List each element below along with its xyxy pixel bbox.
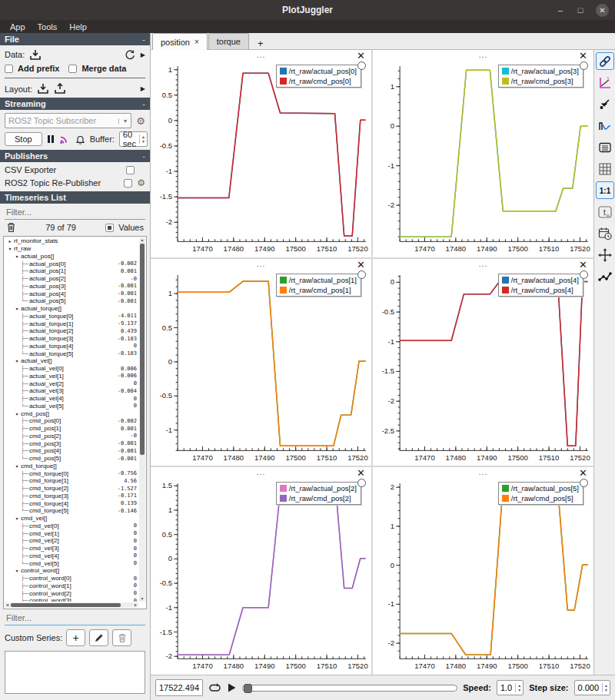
notification-bell-icon[interactable] — [75, 134, 85, 144]
play-button-icon[interactable] — [227, 682, 237, 693]
tab-close-icon[interactable]: × — [194, 38, 199, 46]
publishers-section-header[interactable]: Publishers - — [0, 150, 150, 162]
maximize-button[interactable]: □ — [576, 5, 585, 15]
tree-item[interactable]: ├─actual_torque[1]-9.137 — [5, 320, 138, 327]
tree-item[interactable]: ├─cmd_vel[0]0 — [5, 523, 138, 530]
csv-exporter-checkbox[interactable] — [126, 166, 135, 174]
tree-expand-open-icon[interactable]: ▾ — [14, 411, 20, 416]
menu-item-app[interactable]: App — [5, 22, 31, 32]
delete-custom-series-button[interactable] — [112, 629, 131, 646]
tree-item[interactable]: └─cmd_vel[5]0 — [5, 559, 138, 567]
legend-entry[interactable]: /rt_raw/actual_pos[3] — [502, 67, 579, 75]
tree-expand-open-icon[interactable]: ▾ — [14, 306, 20, 311]
close-button[interactable]: ✕ — [596, 4, 609, 17]
stop-streaming-button[interactable]: Stop — [5, 132, 42, 146]
legend-entry[interactable]: /rt_raw/actual_pos[4] — [502, 276, 579, 284]
tree-item[interactable]: ├─cmd_pos[2]-0 — [5, 433, 138, 440]
merge-data-checkbox[interactable] — [68, 65, 77, 73]
loop-playback-icon[interactable] — [208, 682, 221, 693]
plot-title[interactable]: ... — [151, 468, 371, 476]
tree-item[interactable]: ├─control_word[0]0 — [5, 575, 138, 582]
tree-expand-open-icon[interactable]: ▾ — [14, 463, 20, 469]
tree-expand-open-icon[interactable]: ▾ — [14, 516, 20, 521]
tree-item[interactable]: └─actual_vel[5]0 — [5, 403, 138, 410]
custom-series-list[interactable] — [5, 651, 145, 694]
spinner-arrows-icon[interactable]: ▲▼ — [602, 683, 610, 692]
grid-toggle-icon[interactable] — [596, 160, 614, 177]
step-size-spinbox[interactable]: 0.000 ▲▼ — [574, 680, 610, 695]
tree-item[interactable]: ├─actual_pos[0]-0.002 — [5, 260, 138, 267]
add-prefix-checkbox[interactable] — [5, 65, 13, 73]
tab-position[interactable]: position× — [152, 33, 208, 50]
plot-close-icon[interactable]: ✕ — [357, 50, 365, 61]
tree-item[interactable]: ├─cmd_pos[1]0.001 — [5, 425, 138, 433]
buffer-spinbox[interactable]: 60 sec ▲▼ — [119, 131, 148, 147]
plot-corner-handle[interactable] — [580, 270, 588, 279]
tree-item[interactable]: ├─cmd_torque[2]-1.527 — [5, 485, 138, 493]
tree-horizontal-scrollbar[interactable]: ◄ ► — [5, 602, 138, 608]
pan-view-icon[interactable] — [596, 246, 614, 264]
tree-item[interactable]: ├─cmd_pos[0]-0.002 — [5, 417, 138, 425]
plot-legend[interactable]: /rt_raw/actual_pos[0]/rt_raw/cmd_pos[0] — [276, 65, 361, 88]
plot-corner-handle[interactable] — [580, 61, 588, 70]
plot-legend[interactable]: /rt_raw/actual_pos[1]/rt_raw/cmd_pos[1] — [276, 274, 361, 297]
tree-item[interactable]: ├─actual_torque[0]-4.011 — [5, 313, 138, 320]
plot-canvas[interactable]: 10.50-0.5-117470174801749017500175101752… — [151, 271, 371, 466]
tree-item[interactable]: ├─actual_pos[4]-0.001 — [5, 290, 138, 297]
tree-item[interactable]: ├─cmd_vel[1]0 — [5, 529, 138, 537]
load-data-icon[interactable] — [29, 49, 42, 61]
plot-title[interactable]: ... — [151, 51, 371, 59]
tree-item[interactable]: ├─cmd_pos[4]-0.001 — [5, 447, 138, 455]
collapse-icon[interactable]: - — [142, 99, 145, 108]
tree-item[interactable]: ├─control_word[1]0 — [5, 582, 138, 590]
legend-entry[interactable]: /rt_raw/cmd_pos[2] — [280, 494, 357, 503]
layout-menu-arrow-icon[interactable]: ▶ — [141, 85, 145, 92]
timeseries-filter-input[interactable]: Filter... — [5, 206, 145, 220]
tree-item[interactable]: ├─actual_pos[2]-0 — [5, 275, 138, 283]
polyline-style-icon[interactable] — [596, 267, 614, 285]
legend-entry[interactable]: /rt_raw/actual_pos[1] — [280, 276, 357, 284]
tree-item[interactable]: ├─actual_vel[2]0 — [5, 380, 138, 387]
plot-legend[interactable]: /rt_raw/actual_pos[3]/rt_raw/cmd_pos[3] — [498, 65, 583, 88]
tree-item[interactable]: ▾actual_pos[] — [5, 253, 138, 260]
tree-item[interactable]: ├─actual_vel[1]-0.006 — [5, 373, 138, 380]
menu-item-help[interactable]: Help — [64, 22, 92, 32]
tree-item[interactable]: ├─actual_torque[2]0.439 — [5, 327, 138, 335]
refresh-data-icon[interactable] — [124, 48, 136, 61]
file-section-header[interactable]: File - — [0, 33, 150, 45]
legend-entry[interactable]: /rt_raw/cmd_pos[3] — [502, 77, 579, 85]
tree-item[interactable]: ├─actual_vel[0]0.006 — [5, 365, 138, 373]
spinner-arrows-icon[interactable]: ▲▼ — [515, 683, 523, 692]
legend-entry[interactable]: /rt_raw/actual_pos[2] — [280, 484, 357, 493]
legend-entry[interactable]: /rt_raw/actual_pos[5] — [502, 484, 579, 493]
add-tab-button[interactable]: + — [250, 38, 271, 49]
tree-expand-closed-icon[interactable]: ▸ — [7, 238, 13, 244]
tree-expand-open-icon[interactable]: ▾ — [7, 246, 13, 251]
plot-title[interactable]: ... — [151, 260, 371, 268]
speed-spinbox[interactable]: 1.0 ▲▼ — [497, 680, 524, 695]
tree-item[interactable]: ├─actual_pos[3]-0.001 — [5, 283, 138, 290]
streaming-section-header[interactable]: Streaming - — [0, 98, 150, 110]
plot-close-icon[interactable]: ✕ — [357, 259, 365, 270]
tree-item[interactable]: ├─cmd_torque[0]-0.756 — [5, 469, 138, 477]
plot-canvas[interactable]: 0-0.5-1-1.5-2-2.517470174801749017500175… — [373, 271, 593, 466]
tree-item[interactable]: ▾cmd_pos[] — [5, 410, 138, 417]
link-plots-icon[interactable] — [596, 52, 614, 70]
values-checkbox[interactable] — [105, 224, 114, 232]
legend-entry[interactable]: /rt_raw/cmd_pos[1] — [280, 286, 357, 294]
data-menu-arrow-icon[interactable]: ▶ — [141, 51, 145, 58]
pause-icon[interactable] — [47, 134, 55, 144]
tree-item[interactable]: ├─cmd_pos[3]-0.001 — [5, 440, 138, 447]
ros2-republisher-checkbox[interactable] — [124, 179, 132, 187]
plot-legend[interactable]: /rt_raw/actual_pos[4]/rt_raw/cmd_pos[4] — [498, 274, 583, 297]
streaming-source-select[interactable]: ROS2 Topic Subscriber ▼ — [5, 113, 131, 128]
plot-canvas[interactable]: 10-1-2174701748017490175001751017520/rt_… — [373, 62, 593, 257]
tree-item[interactable]: └─actual_torque[5]-0.183 — [5, 350, 138, 357]
time-offset-icon[interactable]: to — [596, 203, 614, 221]
menu-item-tools[interactable]: Tools — [32, 22, 63, 32]
tree-item[interactable]: ├─cmd_vel[3]0 — [5, 545, 138, 552]
streaming-settings-gear-icon[interactable]: ⚙ — [136, 115, 145, 127]
plot-corner-handle[interactable] — [357, 270, 366, 279]
republisher-gear-icon[interactable]: ⚙ — [137, 177, 145, 188]
tree-item[interactable]: ├─actual_torque[3]-0.183 — [5, 335, 138, 343]
